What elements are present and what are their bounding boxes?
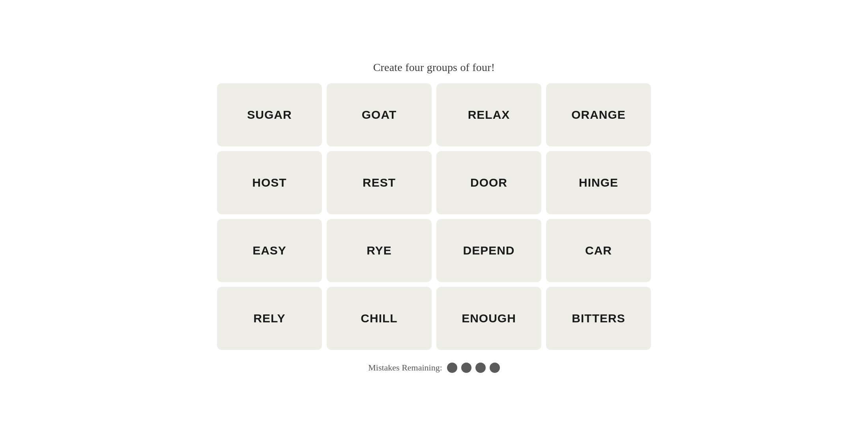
tile-host[interactable]: HOST xyxy=(217,151,322,214)
mistake-dot-3 xyxy=(475,363,486,373)
mistake-dot-4 xyxy=(490,363,500,373)
mistake-dot-2 xyxy=(461,363,471,373)
tile-label-goat: GOAT xyxy=(362,108,397,122)
tile-grid: SUGARGOATRELAXORANGEHOSTRESTDOORHINGEEAS… xyxy=(217,83,651,350)
tile-label-relax: RELAX xyxy=(468,108,510,122)
tile-label-hinge: HINGE xyxy=(579,176,618,189)
tile-rest[interactable]: REST xyxy=(327,151,432,214)
tile-label-door: DOOR xyxy=(470,176,507,189)
tile-car[interactable]: CAR xyxy=(546,219,651,282)
game-subtitle: Create four groups of four! xyxy=(373,61,495,74)
tile-rye[interactable]: RYE xyxy=(327,219,432,282)
tile-label-enough: ENOUGH xyxy=(462,312,516,325)
tile-label-easy: EASY xyxy=(253,244,286,257)
tile-label-rye: RYE xyxy=(367,244,392,257)
tile-goat[interactable]: GOAT xyxy=(327,83,432,146)
tile-rely[interactable]: RELY xyxy=(217,287,322,350)
tile-label-depend: DEPEND xyxy=(463,244,514,257)
mistakes-label: Mistakes Remaining: xyxy=(368,363,442,373)
tile-label-sugar: SUGAR xyxy=(247,108,292,122)
mistakes-dots xyxy=(447,363,500,373)
tile-sugar[interactable]: SUGAR xyxy=(217,83,322,146)
tile-easy[interactable]: EASY xyxy=(217,219,322,282)
tile-door[interactable]: DOOR xyxy=(436,151,541,214)
tile-depend[interactable]: DEPEND xyxy=(436,219,541,282)
tile-label-car: CAR xyxy=(585,244,612,257)
tile-orange[interactable]: ORANGE xyxy=(546,83,651,146)
tile-enough[interactable]: ENOUGH xyxy=(436,287,541,350)
mistakes-row: Mistakes Remaining: xyxy=(368,363,500,373)
mistake-dot-1 xyxy=(447,363,457,373)
tile-bitters[interactable]: BITTERS xyxy=(546,287,651,350)
tile-label-host: HOST xyxy=(252,176,286,189)
tile-label-chill: CHILL xyxy=(361,312,397,325)
tile-label-orange: ORANGE xyxy=(571,108,626,122)
game-container: Create four groups of four! SUGARGOATREL… xyxy=(217,61,651,373)
tile-hinge[interactable]: HINGE xyxy=(546,151,651,214)
tile-label-rely: RELY xyxy=(253,312,285,325)
tile-label-bitters: BITTERS xyxy=(572,312,625,325)
tile-chill[interactable]: CHILL xyxy=(327,287,432,350)
tile-relax[interactable]: RELAX xyxy=(436,83,541,146)
tile-label-rest: REST xyxy=(363,176,396,189)
